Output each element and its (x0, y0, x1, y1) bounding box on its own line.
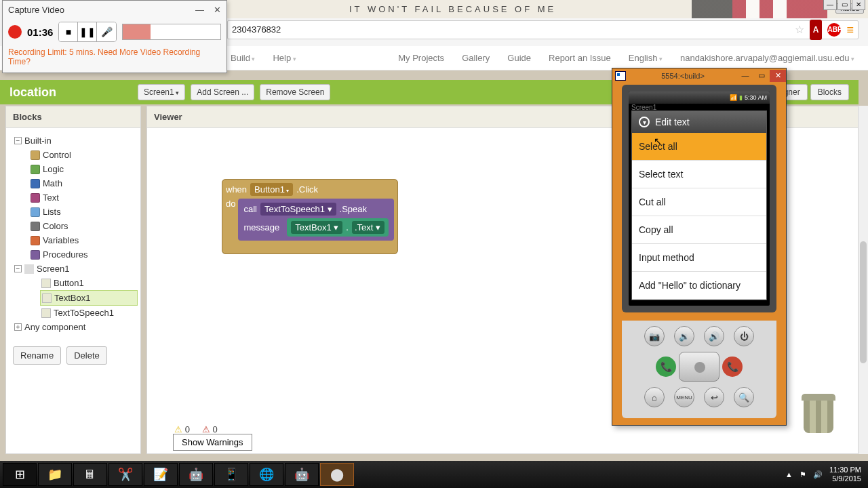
home-button[interactable]: ⌂ (644, 387, 665, 407)
blocks-panel: Blocks −Built-inControlLogicMathTextList… (5, 106, 141, 454)
capture-minimize[interactable]: — (195, 5, 204, 15)
signal-icon: 📶 (730, 94, 737, 101)
mic-button[interactable]: 🎤 (97, 22, 116, 41)
adblock-icon[interactable]: ABP (827, 23, 841, 37)
dpad[interactable] (679, 352, 719, 382)
text-prop-dropdown[interactable]: .Text ▾ (352, 221, 384, 234)
tree-item-lists[interactable]: Lists (29, 205, 138, 219)
warning-yellow-icon: ⚠ (174, 424, 182, 434)
tree-component-button1[interactable]: Button1 (40, 276, 138, 290)
tree-item-procedures[interactable]: Procedures (29, 247, 138, 262)
back-button[interactable]: ↩ (704, 387, 724, 407)
tree-item-math[interactable]: Math (29, 176, 138, 190)
chrome-menu-icon[interactable]: ≡ (846, 21, 854, 39)
tree-item-colors[interactable]: Colors (29, 219, 138, 233)
ctx-item-5[interactable]: Add "Hello" to dictionary (632, 272, 766, 300)
pause-button[interactable]: ❚❚ (78, 22, 97, 41)
vol-down-button[interactable]: 🔉 (674, 326, 694, 346)
emulator-buttons-pad: 📷 🔉 🔊 ⏻ 📞 📞 ⌂ MENU ↩ 🔍 (622, 321, 776, 418)
blocks-tree: −Built-inControlLogicMathTextListsColors… (6, 128, 140, 340)
button-dropdown[interactable]: Button1 (250, 183, 293, 196)
context-menu: ▾ Edit text ↖Select allSelect textCut al… (631, 110, 767, 300)
textbox-text-block[interactable]: TextBox1 ▾ . .Text ▾ (287, 218, 389, 237)
scrollbar-thumb[interactable] (860, 241, 867, 363)
ctx-item-3[interactable]: Copy all (632, 216, 766, 244)
tree-item-control[interactable]: Control (29, 148, 138, 162)
start-button[interactable]: ⊞ (3, 463, 37, 486)
tts-dropdown[interactable]: TextToSpeech1 ▾ (260, 203, 336, 216)
tray-flag-icon[interactable]: ⚑ (800, 470, 806, 479)
add-screen-button[interactable]: Add Screen ... (191, 84, 254, 100)
emu-maximize[interactable]: ▭ (753, 70, 770, 82)
tree-item-logic[interactable]: Logic (29, 162, 138, 176)
ctx-item-4[interactable]: Input method (632, 244, 766, 272)
menu-button[interactable]: MENU (674, 387, 694, 407)
address-bar[interactable]: 2304376832 ☆ A ABP ≡ (227, 20, 859, 39)
window-restore[interactable]: ▭ (837, 0, 851, 10)
blocks-tab[interactable]: Blocks (810, 84, 849, 100)
task-chrome[interactable]: 🌐 (250, 463, 283, 486)
delete-button[interactable]: Delete (66, 346, 107, 365)
capture-close[interactable]: ✕ (214, 5, 221, 15)
task-explorer[interactable]: 📁 (38, 463, 72, 486)
when-click-block[interactable]: when Button1 .Click do call TextToSpeech… (222, 179, 398, 254)
page-scrollbar[interactable] (859, 106, 868, 454)
message-label: message (243, 222, 279, 232)
search-button[interactable]: 🔍 (734, 387, 754, 407)
task-recorder[interactable]: ⬤ (320, 463, 354, 486)
vol-up-button[interactable]: 🔊 (704, 326, 724, 346)
record-limit-text[interactable]: Recording Limit: 5 mins. Need More Video… (3, 45, 226, 69)
window-controls: — ▭ ✕ (823, 0, 865, 10)
system-clock[interactable]: 11:30 PM5/9/2015 (829, 466, 861, 483)
project-name: location (9, 85, 56, 100)
call-button[interactable]: 📞 (656, 357, 676, 377)
screen-dropdown[interactable]: Screen1 (138, 84, 185, 100)
task-notepad[interactable]: 📝 (144, 463, 178, 486)
ctx-item-1[interactable]: Select text (632, 161, 766, 188)
task-device[interactable]: 📱 (214, 463, 248, 486)
bookmark-star-icon[interactable]: ☆ (795, 21, 804, 39)
menu-language[interactable]: English (629, 53, 663, 63)
rename-button[interactable]: Rename (13, 346, 61, 365)
call-speak-block[interactable]: call TextToSpeech1 ▾ .Speak message Text… (238, 199, 394, 241)
tree-component-texttospeech1[interactable]: TextToSpeech1 (40, 306, 138, 320)
window-minimize[interactable]: — (823, 0, 837, 10)
textbox-dropdown[interactable]: TextBox1 ▾ (291, 221, 342, 234)
extension-a-icon[interactable]: A (810, 20, 823, 40)
emu-minimize[interactable]: — (737, 70, 753, 82)
ctx-item-0[interactable]: ↖Select all (632, 133, 766, 161)
tree-component-textbox1[interactable]: TextBox1 (40, 290, 138, 306)
task-android[interactable]: 🤖 (285, 463, 319, 486)
menu-gallery[interactable]: Gallery (462, 53, 490, 63)
end-call-button[interactable]: 📞 (722, 357, 743, 377)
camera-button[interactable]: 📷 (644, 326, 665, 346)
window-close[interactable]: ✕ (852, 0, 865, 10)
tree-anycomponent[interactable]: +Any component (13, 320, 138, 334)
tree-screen1[interactable]: −Screen1 (13, 262, 138, 276)
menu-user[interactable]: nandakishore.arvapaly@aggiemail.usu.edu (680, 53, 854, 63)
tree-item-variables[interactable]: Variables (29, 233, 138, 247)
menu-build[interactable]: Build (231, 53, 255, 63)
tree-item-text[interactable]: Text (29, 190, 138, 205)
capture-video-window: Capture Video — ✕ 01:36 ■ ❚❚ 🎤 Recording… (2, 0, 227, 73)
menu-help[interactable]: Help (273, 53, 296, 63)
trash-icon[interactable] (800, 394, 837, 440)
emu-close[interactable]: ✕ (770, 70, 786, 82)
power-button[interactable]: ⏻ (734, 326, 754, 346)
remove-screen-button[interactable]: Remove Screen (260, 84, 330, 100)
emulator-screen[interactable]: 📶 ▮ 5:30 AM Screen1 ▾ Edit text ↖Select … (629, 92, 770, 306)
tray-up-icon[interactable]: ▲ (785, 470, 793, 479)
show-warnings-button[interactable]: Show Warnings (173, 434, 252, 451)
ctx-item-2[interactable]: Cut all (632, 188, 766, 216)
menu-report[interactable]: Report an Issue (549, 53, 611, 63)
call-label: call (243, 204, 257, 214)
menu-myprojects[interactable]: My Projects (398, 53, 444, 63)
chevron-down-icon: ▾ (639, 117, 650, 127)
stop-button[interactable]: ■ (59, 22, 78, 41)
tray-volume-icon[interactable]: 🔊 (813, 470, 823, 479)
task-android-studio[interactable]: 🤖 (179, 463, 213, 486)
menu-guide[interactable]: Guide (507, 53, 531, 63)
tree-builtin[interactable]: −Built-in (13, 134, 138, 148)
task-calculator[interactable]: 🖩 (73, 463, 107, 486)
task-snip[interactable]: ✂️ (108, 463, 142, 486)
